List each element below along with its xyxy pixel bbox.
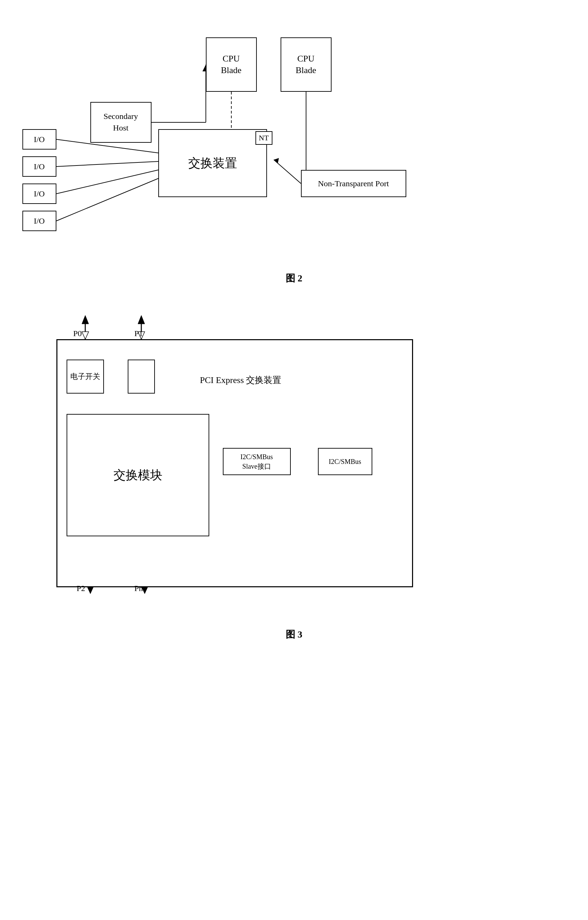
- figure2-caption: 图 2: [14, 272, 574, 285]
- p1-text: P1: [134, 329, 143, 338]
- io1-label: I/O: [34, 135, 45, 144]
- figure2-caption-text: 图 2: [286, 273, 302, 283]
- secondary-host-box: SecondaryHost: [90, 102, 152, 143]
- port-p0-label: P0: [73, 329, 82, 338]
- switch-device-label: 交换装置: [188, 155, 237, 172]
- p2-text: P2: [77, 584, 85, 593]
- figure3-caption: 图 3: [14, 628, 574, 641]
- figure3-caption-text: 图 3: [286, 629, 302, 640]
- ntp-box: Non-Transparent Port: [301, 170, 406, 197]
- io-box-4: I/O: [23, 211, 57, 231]
- nt-label-box: NT: [255, 131, 273, 145]
- svg-line-11: [57, 178, 158, 221]
- svg-marker-14: [82, 332, 89, 339]
- p1-conn-box: [128, 360, 155, 394]
- port-p1-label: P1: [134, 329, 143, 338]
- figure3-diagram: PCI Express 交换装置 交换模块 电子开关 I2C/SMBusSlav…: [23, 312, 566, 618]
- svg-line-10: [57, 170, 158, 194]
- i2c-right-box: I2C/SMBus: [318, 448, 372, 475]
- eswitch-label: 电子开关: [70, 371, 100, 382]
- svg-marker-19: [138, 315, 145, 324]
- switch-module-label: 交换模块: [113, 467, 162, 484]
- page-container: CPUBlade CPUBlade SecondaryHost 交换装置 NT …: [0, 0, 588, 920]
- figure2-diagram: CPUBlade CPUBlade SecondaryHost 交换装置 NT …: [23, 27, 566, 265]
- secondary-host-label: SecondaryHost: [103, 111, 138, 134]
- svg-line-6: [274, 160, 301, 183]
- i2c-slave-box: I2C/SMBusSlave接口: [223, 448, 291, 475]
- i2c-right-label: I2C/SMBus: [329, 458, 362, 466]
- port-pn-label: Pn: [134, 584, 143, 593]
- nt-label-text: NT: [259, 134, 269, 143]
- p0-text: P0: [73, 329, 82, 338]
- svg-marker-7: [274, 158, 279, 163]
- pn-text: Pn: [134, 584, 143, 593]
- switch-device-box: 交换装置: [158, 129, 267, 197]
- io-box-2: I/O: [23, 156, 57, 177]
- io4-label: I/O: [34, 217, 45, 226]
- cpu-blade-1: CPUBlade: [206, 37, 257, 92]
- svg-marker-34: [87, 586, 94, 594]
- io2-label: I/O: [34, 162, 45, 171]
- svg-marker-13: [82, 315, 89, 324]
- cpu-blade-2: CPUBlade: [281, 37, 331, 92]
- ntp-label: Non-Transparent Port: [318, 179, 389, 188]
- i2c-slave-label: I2C/SMBusSlave接口: [241, 452, 273, 471]
- io-box-3: I/O: [23, 183, 57, 204]
- port-p2-label: P2: [77, 584, 85, 593]
- cpu-blade-1-label: CPUBlade: [221, 53, 242, 76]
- eswitch-box: 电子开关: [66, 360, 104, 394]
- svg-line-9: [57, 162, 158, 167]
- cpu-blade-2-label: CPUBlade: [296, 53, 316, 76]
- switch-module-box: 交换模块: [66, 414, 209, 536]
- pci-label: PCI Express 交换装置: [200, 374, 282, 386]
- io3-label: I/O: [34, 189, 45, 198]
- io-box-1: I/O: [23, 129, 57, 149]
